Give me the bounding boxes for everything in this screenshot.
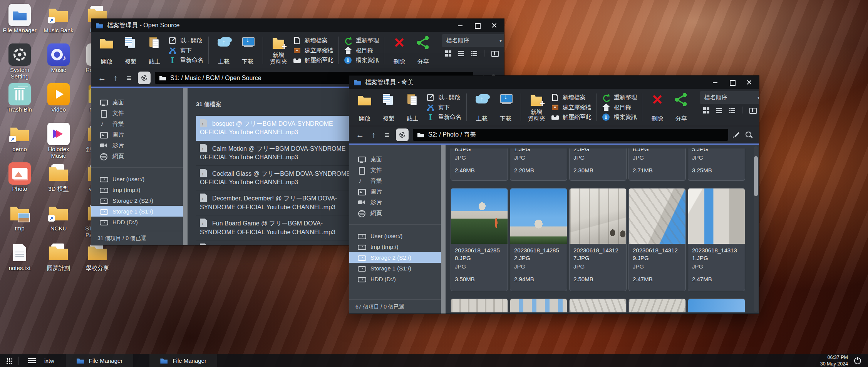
sidebar-place-item[interactable]: 文件 bbox=[349, 165, 441, 175]
photo-card[interactable]: 20230618_14312 7.JPG JPG 2.50MB bbox=[569, 188, 627, 291]
photo-card[interactable]: 20230618_14313 1.JPG JPG 2.47MB bbox=[688, 188, 745, 291]
sidebar-device-item[interactable]: tmp (tmp:/) bbox=[349, 241, 441, 252]
desktop-icon[interactable]: Music bbox=[40, 43, 77, 83]
view-detail-button[interactable] bbox=[729, 107, 736, 113]
photo-card[interactable] bbox=[688, 299, 745, 312]
edit-path-icon[interactable] bbox=[732, 131, 741, 139]
toolbar-button[interactable]: 開啟 bbox=[354, 91, 375, 123]
toolbar-button[interactable]: 貼上 bbox=[144, 34, 165, 67]
toolbar-button[interactable]: 剪下 bbox=[426, 103, 461, 112]
up-button[interactable]: ↑ bbox=[369, 131, 378, 139]
photo-card[interactable]: 1.JPG JPG 2.20MB bbox=[510, 148, 567, 181]
toolbar-button[interactable]: 複製 bbox=[378, 91, 399, 123]
photo-card[interactable] bbox=[628, 299, 686, 312]
scrollbar-thumb[interactable] bbox=[754, 156, 758, 196]
sidebar-place-item[interactable]: 影片 bbox=[91, 140, 183, 151]
toolbar-button[interactable]: 分享 bbox=[412, 34, 434, 67]
photo-card[interactable]: 5.JPG JPG 3.25MB bbox=[688, 148, 745, 181]
sidebar-device-item[interactable]: Storage 2 (S2:/) bbox=[349, 252, 441, 263]
window-titlebar[interactable]: 檔案管理員 - Open Source bbox=[91, 19, 504, 32]
photo-card[interactable] bbox=[569, 299, 627, 312]
photo-card[interactable]: 20230618_14312 9.JPG JPG 2.47MB bbox=[628, 188, 686, 291]
maximize-button[interactable] bbox=[474, 22, 480, 28]
sidebar-scrollbar[interactable] bbox=[441, 145, 446, 314]
sidebar-place-item[interactable]: 圖片 bbox=[349, 186, 441, 197]
view-grid-button[interactable] bbox=[703, 107, 709, 113]
settings-button[interactable] bbox=[396, 128, 409, 141]
up-button[interactable]: ↑ bbox=[111, 74, 120, 82]
sidebar-place-item[interactable]: 影片 bbox=[349, 197, 441, 208]
back-button[interactable]: ← bbox=[97, 74, 107, 82]
toolbar-button[interactable]: 新增檔案 bbox=[551, 93, 592, 102]
photo-card[interactable]: 2.JPG JPG 2.30MB bbox=[569, 148, 627, 181]
window-titlebar[interactable]: 檔案管理員 - 奇美 bbox=[349, 76, 759, 89]
sidebar-place-item[interactable]: 桌面 bbox=[349, 154, 441, 165]
desktop-icon[interactable]: Holodex Music bbox=[40, 123, 77, 162]
sidebar-place-item[interactable]: 音樂 bbox=[91, 118, 183, 129]
back-button[interactable]: ← bbox=[355, 131, 365, 139]
maximize-button[interactable] bbox=[729, 79, 735, 85]
toolbar-button[interactable]: 解壓縮至此 bbox=[293, 55, 333, 65]
minimize-button[interactable] bbox=[712, 79, 718, 85]
toolbar-button[interactable]: 上載 bbox=[213, 34, 235, 67]
sort-dropdown[interactable]: 檔名順序 ▾ bbox=[442, 34, 504, 47]
sidebar-place-item[interactable]: 網頁 bbox=[349, 208, 441, 219]
toolbar-button[interactable]: 以...開啟 bbox=[426, 93, 461, 102]
app-launcher-button[interactable] bbox=[0, 354, 18, 367]
sidebar-device-item[interactable]: HDD (D:/) bbox=[349, 274, 441, 284]
file-item[interactable]: Calm Motion @ フリーBGM DOVA-SYNDROME OFFIC… bbox=[196, 141, 357, 166]
photo-card[interactable]: 8.JPG JPG 2.71MB bbox=[628, 148, 686, 181]
minimize-button[interactable] bbox=[457, 22, 463, 28]
file-item[interactable]: December, December! @ フリーBGM DOVA-SYNDRO… bbox=[196, 190, 357, 215]
photo-card[interactable]: 20230618_14285 2.JPG JPG 2.94MB bbox=[510, 188, 567, 291]
toolbar-button[interactable]: 新增 資料夾 bbox=[525, 91, 548, 123]
taskbar-task-button[interactable]: File Manager bbox=[149, 354, 217, 367]
toolbar-button[interactable]: 開啟 bbox=[96, 34, 117, 67]
toolbar-button[interactable]: 根目錄 bbox=[602, 103, 637, 112]
toolbar-button[interactable]: 新增 資料夾 bbox=[267, 34, 290, 67]
toolbar-button[interactable]: 分享 bbox=[670, 91, 692, 123]
toolbar-button[interactable]: 下載 bbox=[237, 34, 258, 67]
menu-button[interactable]: ≡ bbox=[124, 74, 134, 82]
toolbar-button[interactable]: 複製 bbox=[120, 34, 141, 67]
desktop-icon[interactable]: Trash Bin bbox=[1, 83, 39, 123]
toolbar-button[interactable]: 檔案資訊 bbox=[344, 55, 379, 65]
sidebar-device-item[interactable]: User (user:/) bbox=[91, 173, 183, 184]
search-icon[interactable] bbox=[745, 131, 753, 139]
toolbar-button[interactable]: 剪下 bbox=[168, 46, 203, 55]
view-list-button[interactable] bbox=[458, 50, 464, 57]
desktop-icon[interactable]: System Setting bbox=[1, 43, 39, 83]
sidebar-device-item[interactable]: Storage 1 (S1:/) bbox=[91, 206, 183, 217]
menu-button[interactable]: ≡ bbox=[382, 131, 392, 139]
file-item[interactable]: bosquet @ フリーBGM DOVA-SYNDROME OFFICIAL … bbox=[196, 116, 357, 141]
toolbar-button[interactable]: 重新命名 bbox=[426, 112, 461, 122]
photo-card[interactable] bbox=[451, 299, 508, 312]
desktop-icon[interactable]: NCKU bbox=[40, 202, 77, 242]
toolbar-button[interactable]: 建立壓縮檔 bbox=[551, 103, 592, 112]
view-detail-button[interactable] bbox=[471, 50, 478, 57]
toolbar-button[interactable]: 上載 bbox=[471, 91, 493, 123]
desktop-icon[interactable]: 學校分享 bbox=[79, 242, 116, 281]
sidebar-device-item[interactable]: User (user:/) bbox=[349, 230, 441, 241]
sidebar-device-item[interactable]: Storage 2 (S2:/) bbox=[91, 195, 183, 206]
toolbar-button[interactable]: 檔案資訊 bbox=[602, 112, 637, 122]
clock[interactable]: 06:37 PM 30 May 2024 bbox=[820, 354, 848, 367]
toolbar-button[interactable]: 重新整理 bbox=[344, 36, 379, 45]
power-icon[interactable] bbox=[854, 357, 861, 364]
toolbar-button[interactable]: 新增檔案 bbox=[293, 36, 333, 45]
file-item[interactable]: Fun Board Game @ フリーBGM DOVA-SYNDROME OF… bbox=[196, 215, 357, 240]
desktop-icon[interactable]: Photo bbox=[1, 162, 39, 202]
desktop-icon[interactable]: notes.txt bbox=[1, 242, 39, 281]
toolbar-button[interactable]: 刪除 bbox=[389, 34, 410, 67]
view-columns-button[interactable] bbox=[491, 50, 498, 57]
sidebar-place-item[interactable]: 音樂 bbox=[349, 175, 441, 186]
settings-button[interactable] bbox=[138, 72, 151, 84]
sidebar-place-item[interactable]: 文件 bbox=[91, 108, 183, 118]
desktop-icon[interactable]: 圓夢計劃 bbox=[40, 242, 77, 281]
taskbar-task-button[interactable]: File Manager bbox=[66, 354, 134, 367]
desktop-icon[interactable]: demo bbox=[1, 123, 39, 162]
sidebar-device-item[interactable]: Storage 1 (S1:/) bbox=[349, 263, 441, 274]
file-item[interactable]: Cocktail Glass @ フリーBGM DOVA-SYNDROME OF… bbox=[196, 166, 357, 191]
toolbar-button[interactable]: 貼上 bbox=[402, 91, 423, 123]
taskbar-menu-icon[interactable] bbox=[28, 358, 36, 363]
